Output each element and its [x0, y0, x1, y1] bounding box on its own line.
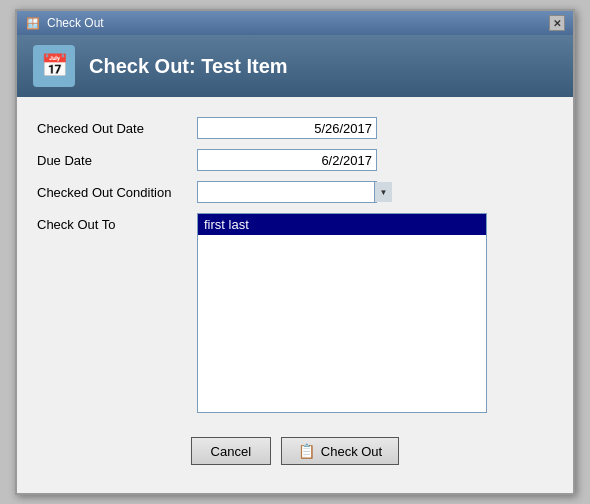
list-item-selected[interactable]: first last: [198, 214, 486, 235]
dropdown-arrow-icon[interactable]: ▼: [374, 182, 392, 202]
window-icon: 🪟: [25, 15, 41, 31]
due-date-input[interactable]: [197, 149, 377, 171]
check-out-to-row: Check Out To first last: [37, 213, 553, 413]
checked-out-condition-label: Checked Out Condition: [37, 185, 197, 200]
header-icon: 📅: [33, 45, 75, 87]
checkout-icon: 📋: [298, 443, 315, 459]
cancel-label: Cancel: [211, 444, 251, 459]
checked-out-date-row: Checked Out Date: [37, 117, 553, 139]
window-title: Check Out: [47, 16, 104, 30]
due-date-row: Due Date: [37, 149, 553, 171]
check-out-to-list[interactable]: first last: [197, 213, 487, 413]
button-row: Cancel 📋 Check Out: [37, 429, 553, 477]
title-bar-left: 🪟 Check Out: [25, 15, 104, 31]
title-bar: 🪟 Check Out ✕: [17, 11, 573, 35]
calendar-icon: 📅: [41, 53, 68, 79]
check-out-to-label: Check Out To: [37, 213, 197, 232]
checkout-label: Check Out: [321, 444, 382, 459]
checked-out-date-label: Checked Out Date: [37, 121, 197, 136]
form-body: Checked Out Date Due Date Checked Out Co…: [17, 97, 573, 493]
dialog-title: Check Out: Test Item: [89, 55, 288, 78]
checkout-button[interactable]: 📋 Check Out: [281, 437, 399, 465]
checked-out-condition-input[interactable]: [198, 182, 374, 202]
dialog-header: 📅 Check Out: Test Item: [17, 35, 573, 97]
close-button[interactable]: ✕: [549, 15, 565, 31]
due-date-label: Due Date: [37, 153, 197, 168]
checked-out-condition-row: Checked Out Condition ▼: [37, 181, 553, 203]
checked-out-date-input[interactable]: [197, 117, 377, 139]
checked-out-condition-dropdown[interactable]: ▼: [197, 181, 377, 203]
check-out-window: 🪟 Check Out ✕ 📅 Check Out: Test Item Che…: [15, 9, 575, 495]
cancel-button[interactable]: Cancel: [191, 437, 271, 465]
